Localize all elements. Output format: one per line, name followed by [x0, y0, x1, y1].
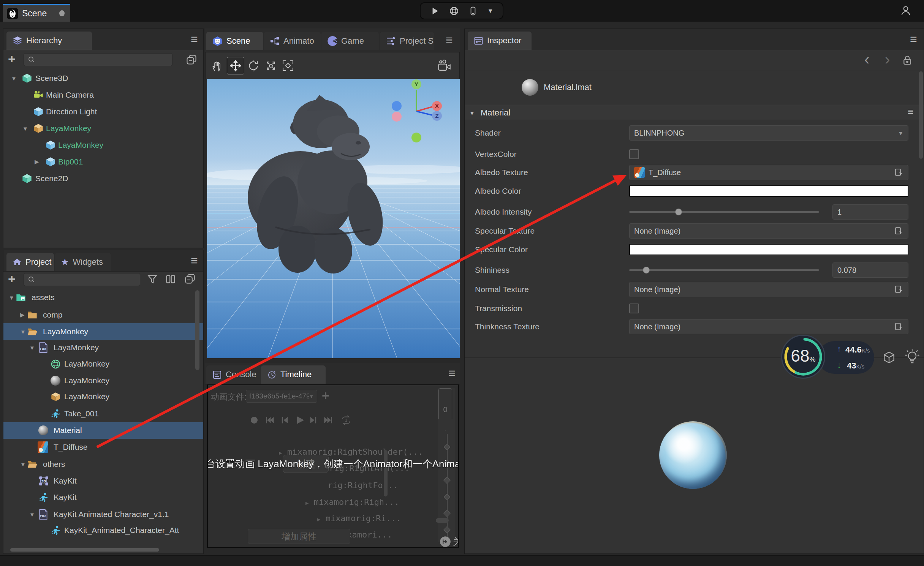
asset-picker-icon[interactable]: [894, 226, 903, 236]
albedo-intensity-slider[interactable]: [629, 211, 819, 213]
track-row[interactable]: ▶ mixamorig:Ri...: [317, 514, 401, 523]
tab-hierarchy[interactable]: Hierarchy: [6, 32, 92, 50]
chevron-down-icon[interactable]: ▼: [11, 75, 17, 82]
project-collapse-icon[interactable]: [184, 273, 196, 285]
scene-viewport[interactable]: Y X Z: [207, 79, 460, 358]
chevron-down-icon[interactable]: ▼: [29, 511, 35, 518]
tree-item-main-camera[interactable]: Main Camera: [3, 87, 204, 103]
material-section-header[interactable]: ▼ Material ≡: [465, 105, 924, 120]
hierarchy-add-button[interactable]: +: [8, 52, 16, 65]
hierarchy-search[interactable]: [24, 53, 172, 66]
project-vertical-scrollbar[interactable]: [195, 290, 199, 370]
tree-item-layamonkey-folder[interactable]: ▼ LayaMonkey: [3, 323, 204, 340]
filter-icon[interactable]: [147, 274, 158, 285]
albedo-texture-field[interactable]: T_Diffuse: [629, 165, 908, 180]
tree-item-others[interactable]: ▼ others: [3, 456, 204, 473]
tree-item-layamonkey-child[interactable]: LayaMonkey: [3, 137, 204, 153]
specular-color-swatch[interactable]: [629, 244, 908, 255]
keyframe-diamond[interactable]: [443, 493, 450, 500]
columns-view-icon[interactable]: [165, 274, 176, 285]
specular-texture-field[interactable]: None (Image): [629, 223, 908, 239]
tree-item-kaykit-anim[interactable]: KayKit: [3, 489, 204, 506]
chevron-down-icon[interactable]: ▼: [29, 345, 35, 351]
tab-project[interactable]: Project: [6, 253, 54, 271]
shininess-input[interactable]: 0.078: [832, 262, 908, 278]
tab-inspector[interactable]: Inspector: [468, 32, 532, 50]
tab-game[interactable]: Game: [321, 32, 379, 50]
vertex-color-checkbox[interactable]: [629, 149, 639, 159]
tree-item-direction-light[interactable]: Direction Light: [3, 103, 204, 120]
document-tab-scene[interactable]: Scene: [3, 4, 70, 22]
tree-item-layamonkey-fbx[interactable]: ▼ FBX LayaMonkey: [3, 339, 204, 356]
project-horizontal-scrollbar[interactable]: [10, 548, 159, 552]
play-button[interactable]: [430, 6, 440, 16]
chevron-right-icon[interactable]: ▶: [279, 450, 282, 456]
skip-end-button[interactable]: [323, 416, 333, 425]
tree-item-bip001[interactable]: ▶ Bip001: [3, 153, 204, 170]
anim-file-dropdown[interactable]: f183e6b5-fe1e-479 ▼: [246, 390, 317, 403]
keyframe-diamond[interactable]: [443, 510, 450, 517]
tree-item-material[interactable]: Material: [3, 422, 204, 439]
tree-item-kaykit-character-anim[interactable]: KayKit_Animated_Character_Att: [3, 522, 204, 539]
inspector-menu-button[interactable]: ≡: [910, 33, 917, 45]
skip-start-button[interactable]: [265, 416, 275, 425]
asset-picker-icon[interactable]: [894, 168, 903, 177]
chevron-down-icon[interactable]: ▼: [20, 461, 26, 468]
tree-item-layamonkey-prefab[interactable]: LayaMonkey: [3, 388, 204, 405]
next-frame-button[interactable]: [309, 416, 318, 425]
inspector-scrollbar[interactable]: [919, 71, 923, 159]
scene-tabs-menu-button[interactable]: ≡: [446, 34, 453, 46]
asset-picker-icon[interactable]: [894, 322, 903, 331]
web-run-button[interactable]: [449, 6, 459, 16]
keyframe-diamond[interactable]: [443, 477, 450, 484]
tab-scene[interactable]: Scene: [206, 32, 263, 50]
tree-item-layamonkey[interactable]: ▼ LayaMonkey: [3, 120, 204, 137]
device-run-button[interactable]: [468, 6, 478, 16]
add-property-button[interactable]: 增加属性: [248, 529, 350, 544]
tree-item-take001[interactable]: Take_001: [3, 405, 204, 422]
nav-forward-button[interactable]: ›: [885, 52, 890, 67]
tree-item-layamonkey-material[interactable]: LayaMonkey: [3, 372, 204, 389]
record-button[interactable]: [250, 416, 259, 425]
preview-light-icon[interactable]: [905, 349, 920, 365]
tree-item-scene2d[interactable]: Scene2D: [3, 170, 204, 187]
project-search[interactable]: [24, 273, 140, 286]
console-menu-button[interactable]: ≡: [448, 367, 456, 379]
tree-item-kaykit-3d[interactable]: 3D KayKit: [3, 473, 204, 489]
tab-widgets[interactable]: ★ Widgets: [55, 253, 111, 271]
keyframe-diamond[interactable]: [443, 526, 450, 533]
albedo-intensity-slider-thumb[interactable]: [675, 209, 682, 215]
pan-tool-button[interactable]: [211, 60, 223, 72]
tab-project-settings[interactable]: Project S: [380, 32, 434, 50]
thinkness-texture-field[interactable]: None (Image): [629, 319, 908, 334]
albedo-color-swatch[interactable]: [629, 185, 908, 197]
normal-texture-field[interactable]: None (Image): [629, 282, 908, 297]
tree-item-scene3d[interactable]: ▼ Scene3D: [3, 70, 204, 87]
loop-button[interactable]: 1: [340, 415, 352, 425]
tree-item-tdiffuse[interactable]: T_Diffuse: [3, 439, 204, 455]
chevron-right-icon[interactable]: ▶: [20, 311, 25, 318]
project-search-input[interactable]: [38, 275, 136, 284]
hierarchy-collapse-icon[interactable]: [186, 54, 197, 65]
chevron-down-icon[interactable]: ▼: [20, 329, 26, 335]
nav-back-button[interactable]: ‹: [864, 52, 869, 67]
transmission-checkbox[interactable]: [629, 304, 639, 313]
tab-animator[interactable]: Animato: [264, 32, 321, 50]
asset-picker-icon[interactable]: [894, 285, 903, 294]
tree-item-assets[interactable]: ▼ assets: [3, 289, 204, 306]
performance-gauge[interactable]: 68%: [781, 335, 825, 379]
timeline-horizontal-scrollbar[interactable]: [436, 518, 449, 523]
move-tool-button[interactable]: [227, 57, 244, 74]
chevron-down-icon[interactable]: ▼: [9, 294, 14, 301]
tab-timeline[interactable]: Timeline: [261, 365, 326, 384]
chevron-right-icon[interactable]: ▶: [35, 158, 39, 165]
chevron-right-icon[interactable]: ▶: [305, 500, 309, 506]
albedo-intensity-input[interactable]: 1: [832, 204, 908, 220]
keyframe-diamond[interactable]: [443, 443, 450, 450]
user-account-icon[interactable]: [900, 5, 912, 17]
hierarchy-search-input[interactable]: [38, 55, 168, 64]
lock-icon[interactable]: [902, 55, 913, 66]
preview-cube-icon[interactable]: [882, 350, 896, 365]
scale-tool-button[interactable]: [265, 60, 277, 72]
shininess-slider-thumb[interactable]: [643, 267, 650, 274]
